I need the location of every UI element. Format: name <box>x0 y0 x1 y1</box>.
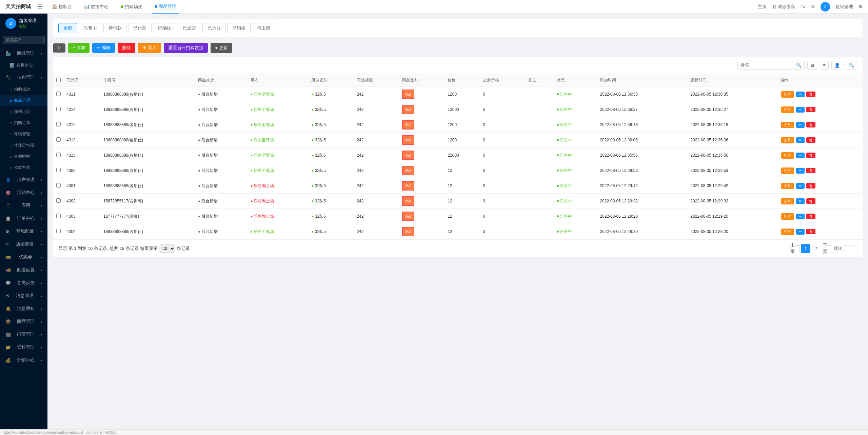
sidebar-item-data[interactable]: 📊 数据中心 <box>0 60 47 71</box>
action-edit-btn[interactable]: 初约 <box>781 213 794 220</box>
sidebar-item-notice[interactable]: 🔔 消息通知 › <box>0 302 47 315</box>
action-del-btn[interactable]: 🗑 <box>806 122 815 127</box>
row-checkbox[interactable] <box>56 183 61 187</box>
clear-cache-btn[interactable]: 🗑 清除缓存 <box>772 4 795 10</box>
import-button[interactable]: ▼ 导入 <box>138 43 161 53</box>
action-del-btn[interactable]: 🗑 <box>806 168 815 173</box>
tab-paid[interactable]: 已付款 <box>128 23 152 33</box>
sidebar-item-free-time[interactable]: ○ 余额时间 <box>0 151 47 162</box>
refresh-button[interactable]: ↻ <box>53 43 65 53</box>
sidebar-item-feedback[interactable]: 💬 意见反馈 › <box>0 276 47 289</box>
action-edit-btn[interactable]: 初约 <box>781 137 794 143</box>
delete-button[interactable]: 删除 <box>118 43 135 53</box>
action-pen-btn[interactable]: ✏ <box>796 183 805 189</box>
action-del-btn[interactable]: 🗑 <box>806 183 815 189</box>
nav-item-auction[interactable]: 拍购场次 <box>118 0 145 14</box>
sidebar-item-delivery[interactable]: 🚚 配送设置 › <box>0 263 47 276</box>
action-del-btn[interactable]: 🗑 <box>806 229 815 234</box>
action-pen-btn[interactable]: ✏ <box>796 92 805 97</box>
action-pen-btn[interactable]: ✏ <box>796 198 805 204</box>
settings-icon[interactable]: ⚙ <box>859 4 863 9</box>
action-del-btn[interactable]: 🗑 <box>806 198 815 204</box>
tab-split[interactable]: 已拆分 <box>202 23 226 33</box>
select-all-checkbox[interactable] <box>56 78 61 82</box>
action-edit-btn[interactable]: 初约 <box>781 122 794 128</box>
reset-data-button[interactable]: 重置当日拍购数据 <box>164 43 208 53</box>
action-pen-btn[interactable]: ✏ <box>796 214 805 219</box>
row-checkbox[interactable] <box>56 122 61 126</box>
sidebar-item-grade[interactable]: ○ 等级管理 <box>0 128 47 140</box>
sidebar-item-points[interactable]: 💰 分销中心 › <box>0 354 47 367</box>
action-del-btn[interactable]: 🗑 <box>806 92 815 97</box>
user-avatar[interactable]: Z <box>821 2 830 12</box>
jump-input[interactable] <box>844 245 857 252</box>
page-1-btn[interactable]: 1 <box>801 244 810 253</box>
sidebar-item-store[interactable]: 🏬 门店管理 › <box>0 328 47 341</box>
home-link[interactable]: 主页 <box>758 4 767 10</box>
prev-page-btn[interactable]: 上一页 <box>790 244 800 253</box>
action-edit-btn[interactable]: 初约 <box>781 198 794 204</box>
action-del-btn[interactable]: 🗑 <box>806 137 815 143</box>
action-edit-btn[interactable]: 初约 <box>781 106 794 113</box>
next-page-btn[interactable]: 下一页 <box>823 244 832 253</box>
sidebar-item-payment[interactable]: ○ 收款方式 <box>0 162 47 173</box>
sidebar-item-order[interactable]: 📋 订单中心 › <box>0 212 47 225</box>
sidebar-item-auction-order[interactable]: ○ 拍购订单 <box>0 117 47 128</box>
more-button[interactable]: ● 更多 <box>211 43 232 53</box>
action-pen-btn[interactable]: ✏ <box>796 137 805 143</box>
edit-button[interactable]: ✏ 编辑 <box>92 43 115 53</box>
action-edit-btn[interactable]: 初约 <box>781 229 794 235</box>
search-input[interactable] <box>741 63 795 68</box>
action-pen-btn[interactable]: ✏ <box>796 168 805 174</box>
action-pen-btn[interactable]: ✏ <box>796 107 805 113</box>
action-del-btn[interactable]: 🗑 <box>806 153 815 158</box>
action-pen-btn[interactable]: ✏ <box>796 229 805 235</box>
row-checkbox[interactable] <box>56 168 61 172</box>
menu-toggle-icon[interactable]: ☰ <box>38 3 42 10</box>
column-settings-icon[interactable]: ⊞ <box>807 61 817 70</box>
nav-item-goods[interactable]: 商品管理 <box>152 0 179 14</box>
density-icon[interactable]: ≡ <box>820 61 829 70</box>
row-checkbox[interactable] <box>56 229 61 233</box>
row-checkbox[interactable] <box>56 214 61 218</box>
expand-btn[interactable]: Ta <box>801 4 805 9</box>
action-del-btn[interactable]: 🗑 <box>806 107 815 112</box>
sidebar-item-data-mgr[interactable]: 📁 资料管理 › <box>0 341 47 354</box>
action-edit-btn[interactable]: 初约 <box>781 152 794 159</box>
page-size-select[interactable]: 10 20 50 <box>159 244 175 253</box>
tab-returned[interactable]: 已销柜 <box>227 23 251 33</box>
row-checkbox[interactable] <box>56 107 61 111</box>
sidebar-item-transfer[interactable]: ○ 转让分钟期 <box>0 140 47 151</box>
action-pen-btn[interactable]: ✏ <box>796 153 805 158</box>
sidebar-search-input[interactable] <box>3 36 45 44</box>
sidebar-item-discount[interactable]: 🎫 优惠券 › <box>0 251 47 263</box>
row-checkbox[interactable] <box>56 137 61 142</box>
nav-item-control[interactable]: 🏠 控制台 <box>49 0 75 14</box>
page-2-btn[interactable]: 2 <box>812 244 821 253</box>
row-checkbox[interactable] <box>56 92 61 96</box>
sidebar-item-mall-config[interactable]: ⚙ 商城配置 › <box>0 225 47 238</box>
nav-item-datacenter[interactable]: 📊 数据中心 <box>81 0 111 14</box>
tab-delivered[interactable]: 已发货 <box>178 23 201 33</box>
sidebar-item-message[interactable]: ✉ 消息管理 › <box>0 289 47 302</box>
tab-pending[interactable]: 待上架 <box>252 23 275 33</box>
tab-confirmed[interactable]: 已确认 <box>153 23 176 33</box>
sidebar-item-auction-mgr[interactable]: 🔨 拍购管理 › <box>0 71 47 84</box>
tab-selling[interactable]: 乐售中 <box>79 23 102 33</box>
sidebar-item-shop-decor[interactable]: ✏ 店铺装修 › <box>0 238 47 251</box>
sidebar-item-session[interactable]: ○ 拍购场次 <box>0 84 47 95</box>
search-icon[interactable]: 🔍 <box>796 63 802 68</box>
action-edit-btn[interactable]: 初约 <box>781 183 794 189</box>
sidebar-item-goods-active[interactable]: ● 商品管理 <box>0 95 47 106</box>
user-filter-icon[interactable]: 👤 <box>831 61 843 70</box>
sidebar-item-booking[interactable]: ○ 预约记录 <box>0 106 47 117</box>
action-edit-btn[interactable]: 初约 <box>781 91 794 98</box>
sidebar-item-app[interactable]: 📱 应用 › <box>0 199 47 212</box>
action-del-btn[interactable]: 🗑 <box>806 214 815 219</box>
sidebar-item-user-mgr[interactable]: 👤 用户管理 › <box>0 173 47 186</box>
tab-waiting[interactable]: 待付款 <box>103 23 127 33</box>
sidebar-item-mall[interactable]: 🏪 商城管理 › <box>0 47 47 60</box>
row-checkbox[interactable] <box>56 198 61 203</box>
search-expand-icon[interactable]: 🔍 <box>846 61 857 70</box>
sidebar-item-activity[interactable]: 🎯 活动中心 › <box>0 186 47 199</box>
